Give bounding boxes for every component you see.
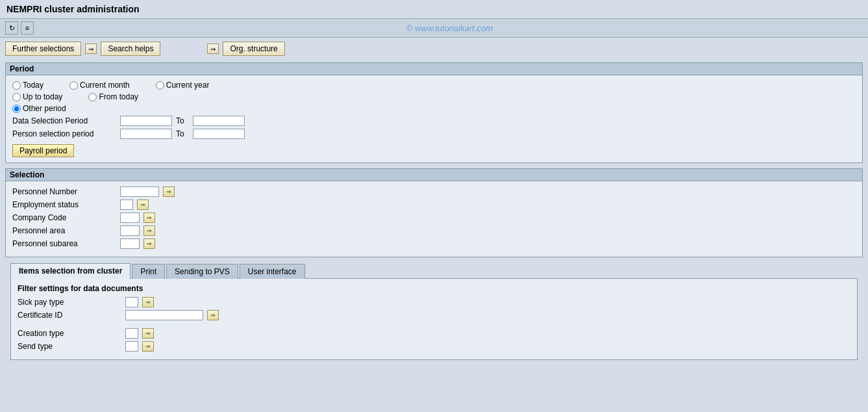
sick-pay-type-label: Sick pay type [18, 298, 121, 307]
radio-other-period[interactable]: Other period [12, 104, 66, 113]
personnel-number-row: Personnel Number ⇒ [12, 187, 856, 197]
watermark: © www.tutorialkart.com [36, 23, 863, 33]
certificate-id-row: Certificate ID ⇒ [18, 310, 850, 320]
to-label-1: To [176, 116, 189, 125]
data-selection-label: Data Selection Period [12, 116, 116, 125]
tab-print[interactable]: Print [132, 264, 165, 279]
other-period-label: Other period [23, 104, 66, 113]
radio-current-year[interactable]: Current year [156, 81, 210, 90]
person-selection-label: Person selection period [12, 129, 116, 138]
main-content: Period Today Current month Current year [0, 60, 868, 368]
creation-type-input[interactable] [125, 328, 138, 339]
up-to-today-label: Up to today [23, 92, 62, 101]
radio-row-2: Up to today From today [12, 92, 856, 101]
personnel-number-input[interactable] [120, 187, 159, 197]
employment-status-arrow[interactable]: ⇒ [137, 200, 149, 210]
tab-user-interface[interactable]: User interface [240, 264, 305, 279]
certificate-id-input[interactable] [125, 310, 203, 320]
org-structure-arrow[interactable]: ⇒ [207, 44, 219, 54]
certificate-id-arrow[interactable]: ⇒ [207, 310, 219, 320]
payroll-period-button[interactable]: Payroll period [12, 144, 74, 157]
send-type-label: Send type [18, 342, 121, 351]
tab-items-cluster[interactable]: Items selection from cluster [10, 263, 130, 279]
personnel-subarea-label: Personnel subarea [12, 239, 116, 248]
filter-title: Filter settings for data documents [18, 284, 850, 293]
radio-row-1: Today Current month Current year [12, 81, 856, 90]
personnel-number-arrow[interactable]: ⇒ [163, 187, 175, 197]
document-icon[interactable]: ≡ [21, 21, 34, 34]
employment-status-input[interactable] [120, 200, 133, 210]
data-selection-to[interactable] [193, 116, 245, 126]
personnel-area-input[interactable] [120, 225, 140, 236]
personnel-subarea-input[interactable] [120, 238, 140, 249]
creation-type-row: Creation type ⇒ [18, 328, 850, 339]
further-selections-button[interactable]: Further selections [5, 42, 81, 56]
selection-section: Selection Personnel Number ⇒ Employment … [5, 168, 863, 257]
org-structure-button[interactable]: Org. structure [223, 42, 284, 56]
company-code-row: Company Code ⇒ [12, 212, 856, 223]
today-label: Today [23, 81, 43, 90]
current-month-label: Current month [80, 81, 130, 90]
person-selection-from[interactable] [120, 129, 172, 139]
company-code-label: Company Code [12, 213, 116, 222]
personnel-subarea-arrow[interactable]: ⇒ [143, 238, 155, 249]
back-icon[interactable]: ↻ [5, 21, 18, 34]
person-selection-to[interactable] [193, 129, 245, 139]
send-type-arrow[interactable]: ⇒ [142, 341, 154, 352]
period-section: Period Today Current month Current year [5, 62, 863, 163]
employment-status-label: Employment status [12, 200, 116, 209]
period-section-title: Period [6, 63, 862, 75]
creation-type-arrow[interactable]: ⇒ [142, 328, 154, 339]
tab-sending-pvs[interactable]: Sending to PVS [166, 264, 238, 279]
payroll-row: Payroll period [12, 142, 856, 157]
radio-from-today[interactable]: From today [88, 92, 138, 101]
data-selection-row: Data Selection Period To [12, 116, 856, 126]
person-selection-row: Person selection period To [12, 129, 856, 139]
selection-section-body: Personnel Number ⇒ Employment status ⇒ C… [6, 181, 862, 257]
company-code-arrow[interactable]: ⇒ [143, 212, 155, 223]
from-today-label: From today [99, 92, 138, 101]
data-selection-from[interactable] [120, 116, 172, 126]
radio-current-month[interactable]: Current month [69, 81, 130, 90]
personnel-subarea-row: Personnel subarea ⇒ [12, 238, 856, 249]
tab-panel: Filter settings for data documents Sick … [10, 278, 858, 360]
company-code-input[interactable] [120, 212, 140, 223]
to-label-2: To [176, 129, 189, 138]
button-row: Further selections ⇒ Search helps ⇒ Org.… [0, 38, 868, 60]
send-type-input[interactable] [125, 341, 138, 352]
tabs-row: Items selection from cluster Print Sendi… [5, 263, 863, 278]
radio-up-to-today[interactable]: Up to today [12, 92, 62, 101]
personnel-area-arrow[interactable]: ⇒ [143, 225, 155, 236]
certificate-id-label: Certificate ID [18, 311, 121, 320]
title-bar: NEMPRI cluster administration [0, 0, 868, 19]
selection-section-title: Selection [6, 169, 862, 181]
sick-pay-type-row: Sick pay type ⇒ [18, 297, 850, 307]
sick-pay-type-input[interactable] [125, 297, 138, 307]
search-helps-button[interactable]: Search helps [101, 42, 160, 56]
employment-status-row: Employment status ⇒ [12, 200, 856, 210]
radio-row-3: Other period [12, 104, 856, 113]
personnel-number-label: Personnel Number [12, 187, 116, 196]
send-type-row: Send type ⇒ [18, 341, 850, 352]
period-section-body: Today Current month Current year Up to t… [6, 75, 862, 162]
toolbar: ↻ ≡ © www.tutorialkart.com [0, 19, 868, 38]
app-title: NEMPRI cluster administration [6, 4, 140, 14]
filter-section: Filter settings for data documents Sick … [11, 279, 857, 359]
personnel-area-row: Personnel area ⇒ [12, 225, 856, 236]
current-year-label: Current year [166, 81, 210, 90]
personnel-area-label: Personnel area [12, 226, 116, 235]
sick-pay-type-arrow[interactable]: ⇒ [142, 297, 154, 307]
creation-type-label: Creation type [18, 329, 121, 338]
search-helps-arrow[interactable]: ⇒ [85, 44, 97, 54]
radio-today[interactable]: Today [12, 81, 43, 90]
